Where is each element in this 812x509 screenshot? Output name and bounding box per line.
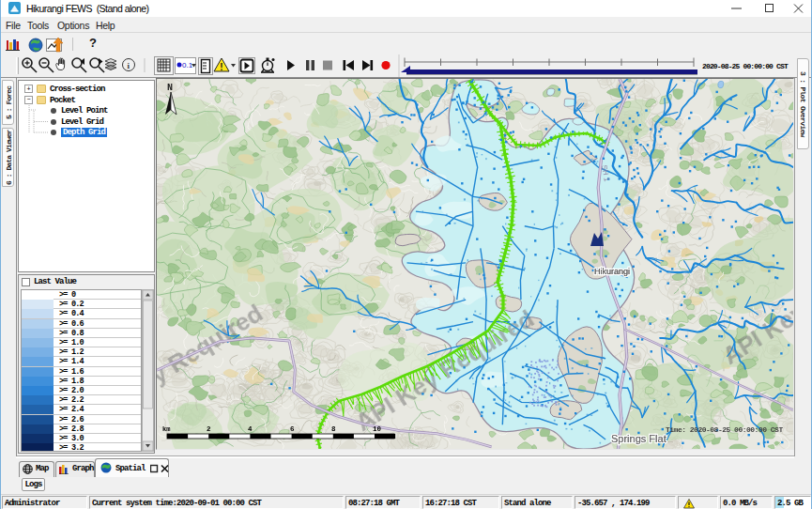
- svg-text:km: km: [162, 425, 170, 433]
- svg-text:10: 10: [373, 425, 382, 433]
- svg-text:4: 4: [248, 425, 253, 433]
- svg-text:i: i: [128, 61, 130, 70]
- svg-text:Time: 2020-08-25 00:00:00 CST: Time: 2020-08-25 00:00:00 CST: [666, 425, 783, 434]
- svg-text:2: 2: [207, 425, 211, 433]
- svg-text:6: 6: [290, 425, 295, 433]
- svg-text:0.1: 0.1: [182, 61, 193, 69]
- svg-text:N: N: [167, 83, 173, 93]
- svg-text:Hikurangi: Hikurangi: [594, 267, 630, 276]
- svg-text:Springs Flat: Springs Flat: [611, 433, 666, 444]
- svg-text:!: !: [220, 62, 222, 72]
- svg-text:8: 8: [331, 425, 336, 433]
